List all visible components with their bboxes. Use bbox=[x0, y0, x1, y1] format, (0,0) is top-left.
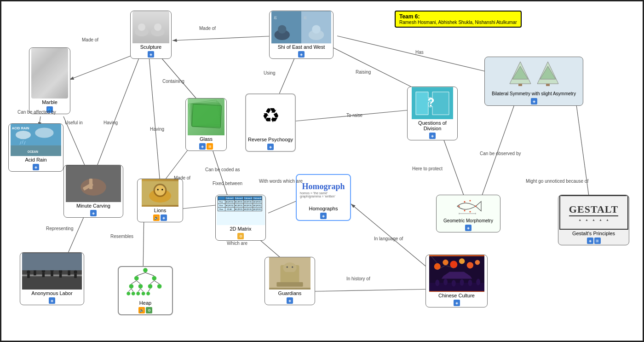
svg-point-46 bbox=[35, 128, 53, 138]
node-sculpture[interactable]: Sculpture ◈ bbox=[130, 11, 172, 59]
edge-label-toraise: To raise bbox=[346, 113, 362, 118]
node-reverse[interactable]: ♻ Reverse Psychoogy ◈ bbox=[245, 93, 296, 152]
edge-label-inhistory: In history of bbox=[346, 276, 370, 281]
svg-rect-114 bbox=[276, 282, 303, 286]
team-label: Team 6: bbox=[399, 13, 517, 20]
lions-icon1[interactable]: 🔊 bbox=[153, 214, 160, 221]
node-marble[interactable]: Marble 🔷 bbox=[29, 47, 70, 114]
svg-point-45 bbox=[16, 130, 31, 139]
node-geomorph[interactable]: Geometric Morphometry ◈ bbox=[436, 195, 500, 232]
heap-icon1[interactable]: 🔊 bbox=[138, 307, 145, 313]
node-anon[interactable]: Anonymous Labor ◈ bbox=[20, 252, 84, 305]
node-bilateral[interactable]: Bilateral Symmetry with slight Asymmetry… bbox=[484, 57, 583, 106]
svg-point-82 bbox=[131, 291, 135, 296]
svg-line-87 bbox=[131, 289, 133, 291]
svg-point-127 bbox=[443, 278, 448, 285]
guardians-icon1[interactable]: ◈ bbox=[287, 297, 293, 304]
svg-point-93 bbox=[27, 270, 30, 273]
svg-point-117 bbox=[443, 259, 448, 265]
svg-line-6 bbox=[296, 110, 414, 121]
questions-icon1[interactable]: ◈ bbox=[429, 133, 436, 139]
marble-icon1[interactable]: 🔷 bbox=[46, 106, 53, 113]
svg-point-126 bbox=[435, 279, 439, 286]
edge-label-observedby: Can be observed by bbox=[480, 151, 521, 156]
svg-point-128 bbox=[451, 280, 455, 286]
bilateral-icon1[interactable]: ◈ bbox=[531, 98, 537, 104]
svg-point-136 bbox=[475, 205, 476, 207]
svg-rect-102 bbox=[59, 273, 62, 277]
svg-point-129 bbox=[460, 279, 464, 285]
gestalt-icon1[interactable]: ◈ bbox=[587, 238, 593, 244]
gestalt-icon2[interactable]: ⊞ bbox=[594, 238, 601, 244]
homograph-label: Homographs bbox=[307, 205, 340, 212]
edge-label-fixedbetween: Fixed between bbox=[213, 181, 242, 186]
svg-point-62 bbox=[157, 189, 159, 190]
edge-label-having2: Having bbox=[104, 120, 118, 125]
marble-label: Marble bbox=[40, 99, 59, 106]
svg-line-90 bbox=[148, 289, 150, 291]
edge-label-madeof: Made of bbox=[82, 37, 98, 42]
node-questions[interactable]: ? Questions of Division ◈ bbox=[407, 87, 458, 140]
anon-icon1[interactable]: ◈ bbox=[49, 297, 55, 304]
node-gestalt[interactable]: GESTALT ▲ ▲ ▲ ▲ ▲ Gestalt's Principles ◈… bbox=[558, 195, 629, 245]
svg-line-89 bbox=[141, 289, 144, 291]
geomorph-icon1[interactable]: ◈ bbox=[465, 225, 472, 231]
glass-icon2[interactable]: ⊞ bbox=[207, 143, 213, 150]
shi-label: Shi of East and West bbox=[276, 43, 327, 51]
node-shi[interactable]: 石 石 Shi of East and West ◈ bbox=[269, 11, 334, 59]
guardians-label: Guardians bbox=[276, 290, 304, 297]
heap-icon2[interactable]: ⚙ bbox=[146, 307, 152, 313]
gestalt-label: Gestalt's Principles bbox=[570, 230, 617, 237]
team-members: Ramesh Hosmani, Abhishek Shukla, Nishans… bbox=[399, 20, 517, 25]
svg-text:ACID RAIN: ACID RAIN bbox=[12, 126, 29, 130]
reverse-label: Reverse Psychoogy bbox=[246, 136, 295, 143]
svg-line-5 bbox=[323, 43, 425, 93]
svg-rect-100 bbox=[51, 272, 53, 276]
svg-point-83 bbox=[136, 291, 140, 296]
glass-icon1[interactable]: ◈ bbox=[199, 143, 206, 150]
svg-point-130 bbox=[468, 279, 472, 286]
svg-point-121 bbox=[475, 260, 480, 265]
lions-icon2[interactable]: ◈ bbox=[161, 214, 167, 221]
svg-point-76 bbox=[157, 284, 162, 289]
edge-label-codedas: Can be coded as bbox=[205, 167, 240, 172]
svg-line-78 bbox=[137, 281, 141, 284]
svg-point-75 bbox=[148, 284, 153, 289]
sculpture-icon1[interactable]: ◈ bbox=[148, 51, 154, 58]
svg-rect-67 bbox=[192, 104, 222, 128]
svg-line-86 bbox=[128, 289, 131, 291]
matrix-icon1[interactable]: ⚙ bbox=[237, 233, 244, 239]
svg-rect-104 bbox=[68, 271, 70, 275]
node-acid-rain[interactable]: ACID RAIN OCEAN Acid Rain ◈ bbox=[8, 123, 63, 172]
geomorph-label: Geometric Morphometry bbox=[442, 217, 495, 224]
reverse-icon1[interactable]: ◈ bbox=[267, 144, 274, 150]
svg-point-110 bbox=[283, 262, 296, 273]
homograph-icon1[interactable]: ◈ bbox=[320, 213, 327, 219]
node-homograph[interactable]: Homograph homos = 'the same' graph/gramm… bbox=[296, 174, 351, 221]
node-glass[interactable]: Glass ◈ ⊞ bbox=[185, 98, 227, 151]
minute-icon1[interactable]: ◈ bbox=[90, 210, 97, 216]
node-lions[interactable]: Lions 🔊 ◈ bbox=[137, 179, 183, 222]
edge-label-having1: Having bbox=[150, 127, 164, 132]
node-minute[interactable]: Minute Carving ◈ bbox=[63, 165, 123, 218]
node-heap[interactable]: Heap 🔊 ⚙ bbox=[118, 266, 173, 315]
svg-line-71 bbox=[137, 272, 145, 276]
node-guardians[interactable]: Guardians ◈ bbox=[264, 257, 315, 305]
svg-line-72 bbox=[145, 272, 154, 276]
acid-icon1[interactable]: ◈ bbox=[33, 164, 39, 170]
svg-point-68 bbox=[143, 268, 148, 273]
node-chinese[interactable]: Chinese Culture ◈ bbox=[426, 255, 488, 307]
node-matrix[interactable]: Column1Column2Column3Column4 RowAC(RCE)A… bbox=[215, 195, 266, 241]
svg-point-120 bbox=[466, 262, 473, 268]
svg-point-73 bbox=[129, 284, 134, 289]
edge-label-containing: Containing bbox=[162, 79, 184, 84]
bilateral-label: Bilateral Symmetry with slight Asymmetry bbox=[489, 90, 579, 98]
anon-label: Anonymous Labor bbox=[29, 290, 74, 297]
svg-line-23 bbox=[351, 204, 434, 273]
svg-point-105 bbox=[74, 270, 77, 273]
svg-point-69 bbox=[134, 276, 139, 281]
chinese-icon1[interactable]: ◈ bbox=[454, 300, 460, 306]
svg-line-22 bbox=[576, 105, 589, 199]
svg-point-133 bbox=[458, 205, 460, 207]
shi-icon1[interactable]: ◈ bbox=[298, 51, 305, 58]
